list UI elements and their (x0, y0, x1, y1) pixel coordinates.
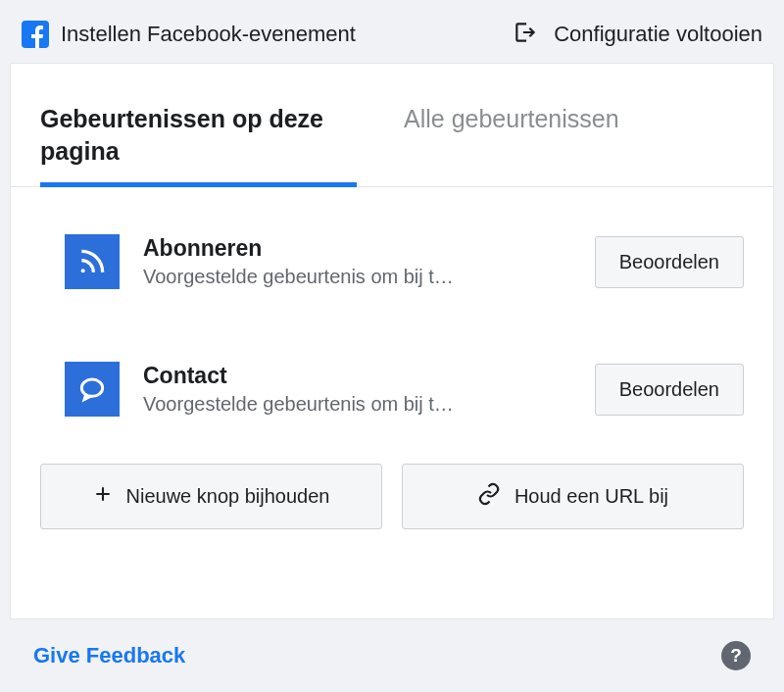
event-text: Abonneren Voorgestelde gebeurtenis om bi… (143, 235, 571, 288)
event-title: Abonneren (143, 235, 571, 262)
footer: Give Feedback ? (10, 618, 774, 692)
track-new-button[interactable]: Nieuwe knop bijhouden (40, 464, 382, 529)
event-subtitle: Voorgestelde gebeurtenis om bij t… (143, 266, 571, 288)
rss-icon (65, 234, 120, 289)
help-icon[interactable]: ? (721, 641, 751, 670)
complete-config-label: Configuratie voltooien (554, 22, 762, 47)
event-item-subscribe: Abonneren Voorgestelde gebeurtenis om bi… (65, 217, 744, 307)
facebook-icon (22, 21, 49, 48)
header-title: Instellen Facebook-evenement (61, 22, 356, 47)
tab-label: Alle gebeurtenissen (404, 103, 744, 135)
tab-events-this-page[interactable]: Gebeurtenissen op deze pagina (40, 103, 380, 186)
svg-point-0 (81, 269, 85, 272)
track-url-label: Houd een URL bij (514, 485, 668, 508)
events-list: Abonneren Voorgestelde gebeurtenis om bi… (11, 187, 773, 464)
exit-icon (513, 20, 538, 49)
action-buttons: Nieuwe knop bijhouden Houd een URL bij (11, 464, 773, 557)
track-button-label: Nieuwe knop bijhouden (126, 485, 330, 508)
tabs: Gebeurtenissen op deze pagina Alle gebeu… (11, 103, 773, 187)
link-icon (477, 482, 501, 511)
header-left: Instellen Facebook-evenement (22, 21, 483, 48)
header-right[interactable]: Configuratie voltooien (513, 20, 762, 49)
tab-all-events[interactable]: Alle gebeurtenissen (380, 103, 744, 186)
review-button[interactable]: Beoordelen (595, 364, 744, 416)
event-text: Contact Voorgestelde gebeurtenis om bij … (143, 363, 571, 416)
header-bar: Instellen Facebook-evenement Configurati… (0, 0, 784, 63)
event-title: Contact (143, 363, 571, 389)
tab-label: Gebeurtenissen op deze pagina (40, 103, 380, 167)
plus-icon (93, 484, 113, 509)
main-panel: Gebeurtenissen op deze pagina Alle gebeu… (10, 63, 774, 618)
event-item-contact: Contact Voorgestelde gebeurtenis om bij … (65, 344, 744, 434)
track-url-button[interactable]: Houd een URL bij (402, 464, 744, 529)
review-button[interactable]: Beoordelen (595, 236, 744, 288)
feedback-link[interactable]: Give Feedback (33, 643, 185, 668)
chat-icon (65, 362, 120, 417)
event-subtitle: Voorgestelde gebeurtenis om bij t… (143, 393, 571, 416)
